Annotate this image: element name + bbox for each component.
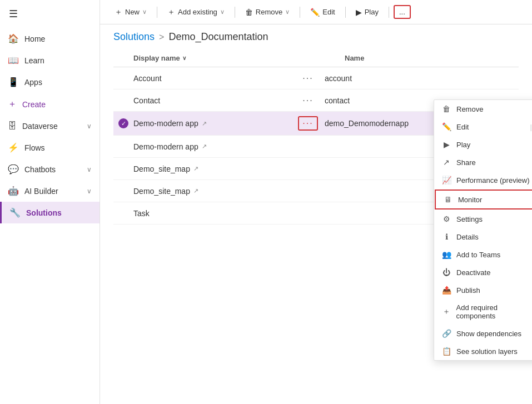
toolbar-divider-4 [345,7,346,18]
row-display-name: Demo_site_map ↗ [133,187,291,196]
new-label: New [125,8,140,16]
menu-item-details[interactable]: ℹ Details [434,228,532,246]
add-required-icon: ＋ [442,307,451,317]
sidebar-item-label: Create [22,100,46,109]
content-area: Display name ∨ Name Account ··· account … [100,49,532,404]
menu-item-remove[interactable]: 🗑 Remove › [434,100,532,118]
row-dots-button[interactable]: ··· [299,94,316,107]
menu-item-show-dependencies[interactable]: 🔗 Show dependencies [434,325,532,342]
remove-label: Remove [256,8,282,16]
learn-icon: 📖 [8,55,19,66]
table-header: Display name ∨ Name [113,49,519,67]
main-content: ＋ New ∨ ＋ Add existing ∨ 🗑 Remove ∨ ✏️ E… [100,0,532,404]
plus-icon: ＋ [167,7,175,17]
sidebar-item-apps[interactable]: 📱 Apps [0,71,100,93]
remove-icon: 🗑 [442,104,451,113]
breadcrumb-solutions-link[interactable]: Solutions [113,31,155,43]
edit-icon: ✏️ [310,8,320,17]
edit-icon: ✏️ [442,122,451,131]
sidebar-item-chatbots[interactable]: 💬 Chatbots ∨ [0,158,100,180]
edit-label: Edit [322,8,335,16]
sidebar: ☰ 🏠 Home 📖 Learn 📱 Apps ＋ Create 🗄 Datav… [0,0,100,404]
row-dots-button[interactable]: ··· [298,116,317,131]
more-button[interactable]: ... [394,5,411,19]
new-button[interactable]: ＋ New ∨ [109,4,152,20]
toolbar-divider-5 [389,7,389,18]
add-existing-button[interactable]: ＋ Add existing ∨ [162,4,230,20]
row-display-name: Task [133,209,291,218]
menu-item-play[interactable]: ▶ Play [434,136,532,153]
sidebar-item-label: AI Builder [24,187,58,196]
play-button[interactable]: ▶ Play [350,5,384,19]
toolbar-divider-1 [157,7,157,18]
solutions-icon: 🔧 [9,207,21,218]
sort-icon: ∨ [182,55,186,61]
external-link-icon: ↗ [202,143,207,150]
sidebar-item-flows[interactable]: ⚡ Flows [0,137,100,158]
sidebar-item-solutions[interactable]: 🔧 Solutions [0,202,100,223]
row-display-name: Account [133,74,291,83]
sidebar-item-label: Apps [24,78,42,87]
menu-item-add-to-teams[interactable]: 👥 Add to Teams [434,246,532,263]
menu-item-publish[interactable]: 📤 Publish [434,281,532,299]
add-existing-label: Add existing [178,8,217,16]
row-display-name: Demo_site_map ↗ [133,164,291,173]
external-link-icon: ↗ [193,187,198,194]
chevron-down-icon: ∨ [87,187,92,195]
row-actions: ··· [291,116,325,131]
apps-icon: 📱 [8,77,19,87]
edit-button[interactable]: ✏️ Edit [305,5,340,19]
context-menu: 🗑 Remove › ✏️ Edit | › ▶ Play ↗ Share [434,99,532,361]
home-icon: 🏠 [8,33,19,44]
settings-icon: ⚙ [442,215,451,223]
sidebar-item-label: Dataverse [22,122,58,131]
menu-item-edit[interactable]: ✏️ Edit | › [434,118,532,136]
ai-builder-icon: 🤖 [8,186,19,196]
sidebar-item-home[interactable]: 🏠 Home [0,28,100,49]
external-link-icon: ↗ [202,120,207,127]
plus-icon: ＋ [115,7,122,17]
details-icon: ℹ [442,232,451,241]
divider-char: | [530,123,532,131]
external-link-icon: ↗ [193,165,198,172]
dependencies-icon: 🔗 [442,329,451,338]
row-checkbox: ✓ [113,118,133,128]
layers-icon: 📋 [442,347,451,356]
share-icon: ↗ [442,158,451,167]
menu-item-settings[interactable]: ⚙ Settings [434,210,532,228]
trash-icon: 🗑 [245,8,253,17]
play-icon: ▶ [442,140,451,149]
sidebar-item-ai-builder[interactable]: 🤖 AI Builder ∨ [0,180,100,202]
toolbar-divider-2 [235,7,235,18]
row-display-name: Contact [133,96,291,105]
breadcrumb: Solutions > Demo_Documentation [100,24,532,49]
sidebar-item-create[interactable]: ＋ Create [0,93,100,116]
menu-item-performance[interactable]: 📈 Performance (preview) [434,171,532,189]
sidebar-item-learn[interactable]: 📖 Learn [0,49,100,71]
row-actions: ··· [291,94,325,107]
create-icon: ＋ [8,98,17,110]
menu-item-deactivate[interactable]: ⏻ Deactivate [434,263,532,281]
performance-icon: 📈 [442,176,451,184]
breadcrumb-current: Demo_Documentation [168,31,268,43]
chevron-down-icon: ∨ [285,8,290,16]
display-name-col-header: Display name ∨ [133,54,311,62]
menu-item-monitor[interactable]: 🖥 Monitor [435,189,532,210]
sidebar-item-dataverse[interactable]: 🗄 Dataverse ∨ [0,116,100,137]
table-row[interactable]: Account ··· account [113,67,519,89]
deactivate-icon: ⏻ [442,268,451,277]
name-col-header: Name [345,54,519,62]
menu-item-see-solution-layers[interactable]: 📋 See solution layers [434,342,532,360]
breadcrumb-separator: > [159,32,164,42]
chevron-down-icon: ∨ [220,8,225,16]
row-dots-button[interactable]: ··· [299,72,316,84]
menu-item-share[interactable]: ↗ Share [434,153,532,171]
chevron-down-icon: ∨ [87,166,92,173]
monitor-icon: 🖥 [444,195,453,204]
sidebar-item-label: Learn [24,56,44,65]
toolbar-divider-3 [300,7,300,18]
flows-icon: ⚡ [8,142,19,153]
menu-item-add-required[interactable]: ＋ Add required components [434,299,532,325]
remove-button[interactable]: 🗑 Remove ∨ [240,5,295,19]
hamburger-menu[interactable]: ☰ [0,0,100,28]
